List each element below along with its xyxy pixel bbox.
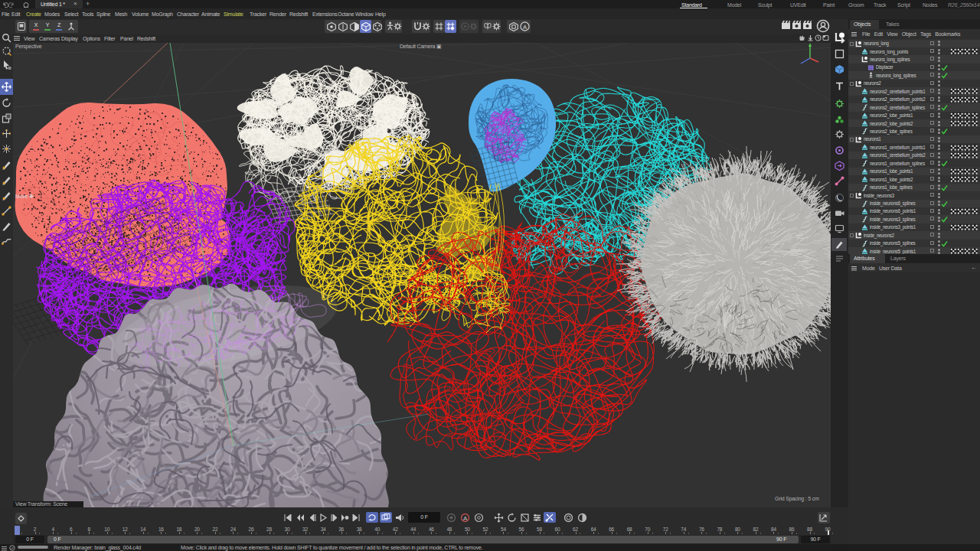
svg-text:A: A [523,24,527,31]
svg-text:A: A [463,515,468,522]
